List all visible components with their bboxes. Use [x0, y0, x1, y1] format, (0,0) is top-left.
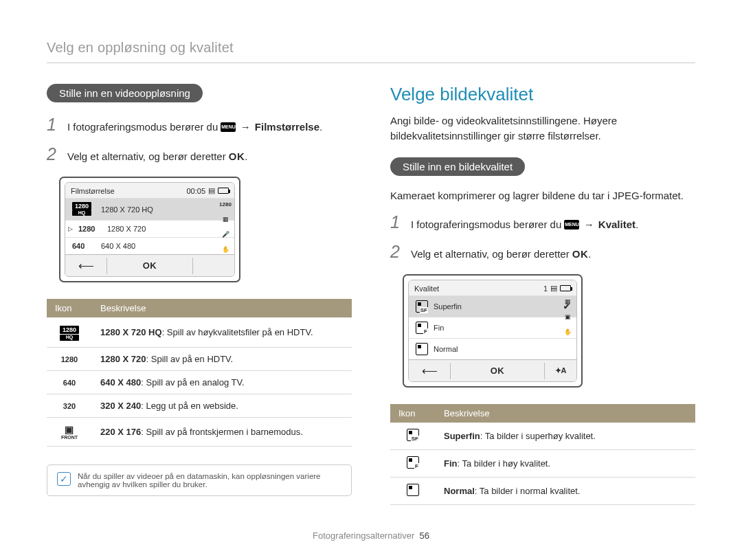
lcd-row-640[interactable]: 640 640 X 480: [65, 237, 234, 254]
spacer: [193, 262, 234, 270]
side-quality-icon: ▦: [562, 296, 573, 307]
lcd-row-normal[interactable]: Normal: [409, 338, 576, 359]
lcd-title: Kvalitet: [414, 284, 439, 293]
table-row: SF Superfin: Ta bilder i superhøy kvalit…: [390, 423, 695, 450]
quality-n-icon: [416, 343, 428, 355]
lcd-title: Filmstørrelse: [71, 187, 115, 195]
pointer-icon: ▷: [68, 225, 73, 232]
side-af-icon: ▣: [562, 311, 573, 322]
note-text: Når du spiller av videoer på en datamask…: [78, 472, 341, 489]
note-box: ✓ Når du spiller av videoer på en datama…: [47, 464, 352, 496]
table-row: 1280HQ 1280 X 720 HQ: Spill av høykvalit…: [47, 317, 352, 348]
section-pill-video: Stille inn en videooppløsning: [47, 84, 203, 102]
step-number: 1: [47, 115, 59, 135]
th-desc: Beskrivelse: [92, 299, 352, 317]
step-number: 2: [47, 144, 59, 164]
storage-icon: ▤: [208, 186, 215, 195]
menu-icon: MENU: [221, 122, 236, 132]
step1-text: I fotograferingsmodus berører du: [67, 121, 221, 133]
quality-n-icon: [407, 484, 419, 496]
quality-sf-icon: SF: [407, 429, 419, 441]
lcd-row-label: 1280 X 720 HQ: [101, 205, 153, 214]
footer-section: Fotograferingsalternativer: [313, 530, 414, 541]
step-2: 2 Velg et alternativ, og berør deretter …: [47, 144, 352, 164]
res-front-icon: ▣FRONT: [61, 424, 78, 440]
section-intro: Angi bilde- og videokvalitetsinnstilling…: [390, 113, 695, 144]
res-1280hq-icon: 1280HQ: [60, 324, 79, 340]
lcd-row-label: 640 X 480: [101, 242, 135, 250]
info-icon: ✓: [57, 472, 71, 486]
lcd-row-label: 1280 X 720: [107, 225, 146, 233]
footer-page: 56: [419, 530, 429, 541]
quality-f-icon: F: [416, 322, 428, 334]
res-1280-icon: 1280: [61, 355, 78, 363]
ok-button[interactable]: OK: [107, 256, 192, 275]
page-footer: Fotograferingsalternativer 56: [0, 530, 742, 541]
storage-icon: ▤: [550, 284, 557, 293]
step-number: 2: [390, 242, 403, 262]
lcd-row-label: Fin: [434, 324, 444, 332]
side-res-icon: 1280: [220, 199, 231, 210]
lcd-quality: Kvalitet 1 ▤ SF Superfin ✔: [403, 274, 583, 388]
step1-target: Kvalitet: [598, 219, 636, 230]
th-icon: Ikon: [390, 404, 436, 423]
side-ois-icon: ✋: [220, 244, 231, 255]
lcd-row-label: Normal: [434, 345, 458, 353]
table-row: 320 320 X 240: Legg ut på en webside.: [47, 394, 352, 418]
battery-icon: [218, 188, 229, 194]
step2-text: Velg et alternativ, og berør deretter: [67, 150, 229, 162]
section-heading: Velge bildekvalitet: [390, 84, 695, 105]
th-desc: Beskrivelse: [436, 404, 695, 423]
res-320-icon: 320: [63, 402, 76, 410]
lcd-row-fin[interactable]: F Fin: [409, 317, 576, 338]
res-640-icon: 640: [63, 379, 76, 387]
menu-icon: MENU: [564, 220, 579, 229]
table-row: 1280 1280 X 720: Spill av på en HDTV.: [47, 348, 352, 371]
quality-intro: Kameraet komprimerer og lagrer bildene d…: [390, 188, 695, 203]
arrow-icon: →: [583, 219, 596, 230]
th-icon: Ikon: [47, 299, 92, 317]
step-2: 2 Velg et alternativ, og berør deretter …: [390, 242, 695, 262]
step1-text: I fotograferingsmodus berører du: [411, 219, 564, 230]
lcd-film-size: Filmstørrelse 00:05 ▤ 1280HQ 1280 X 720 …: [59, 177, 240, 282]
quality-sf-icon: SF: [416, 300, 428, 313]
back-button[interactable]: ⟵: [65, 255, 106, 276]
lcd-count: 1: [543, 284, 548, 293]
back-button[interactable]: ⟵: [409, 360, 450, 381]
quality-f-icon: F: [407, 456, 419, 469]
step-1: 1 I fotograferingsmodus berører du MENU …: [47, 115, 352, 135]
ok-button[interactable]: OK: [451, 361, 544, 380]
side-mic-icon: 🎤: [220, 229, 231, 240]
quality-table: Ikon Beskrivelse SF Superfin: Ta bilder …: [390, 404, 695, 505]
left-column: Stille inn en videooppløsning 1 I fotogr…: [47, 84, 352, 505]
step2-text: Velg et alternativ, og berør deretter: [411, 248, 572, 260]
lcd-timer: 00:05: [186, 187, 205, 195]
video-resolution-table: Ikon Beskrivelse 1280HQ 1280 X 720 HQ: S…: [47, 299, 352, 447]
lcd-row-1280[interactable]: ▷ 1280 1280 X 720: [65, 220, 234, 237]
flash-auto-icon: ✦A: [545, 366, 576, 375]
table-row: F Fin: Ta bilder i høy kvalitet.: [390, 450, 695, 478]
lcd-row-label: Superfin: [434, 302, 462, 311]
right-column: Velge bildekvalitet Angi bilde- og video…: [390, 84, 695, 505]
battery-icon: [560, 285, 571, 291]
lcd-row-1280hq[interactable]: 1280HQ 1280 X 720 HQ: [65, 198, 234, 220]
ok-icon: OK: [229, 149, 245, 164]
step1-target: Filmstørrelse: [255, 121, 319, 133]
arrow-icon: →: [239, 121, 252, 133]
lcd-row-superfin[interactable]: SF Superfin ✔: [409, 295, 576, 317]
breadcrumb: Velg en oppløsning og kvalitet: [47, 40, 695, 63]
step-number: 1: [390, 212, 403, 232]
table-row: 640 640 X 480: Spill av på en analog TV.: [47, 371, 352, 394]
table-row: ▣FRONT 220 X 176: Spill av på frontskjer…: [47, 418, 352, 447]
section-pill-quality: Stille inn en bildekvalitet: [390, 157, 525, 176]
table-row: Normal: Ta bilder i normal kvalitet.: [390, 478, 695, 505]
side-30fps-icon: ▦: [220, 214, 231, 225]
side-ois-icon: ✋: [562, 326, 573, 337]
ok-icon: OK: [572, 247, 589, 261]
step-1: 1 I fotograferingsmodus berører du MENU …: [390, 212, 695, 232]
